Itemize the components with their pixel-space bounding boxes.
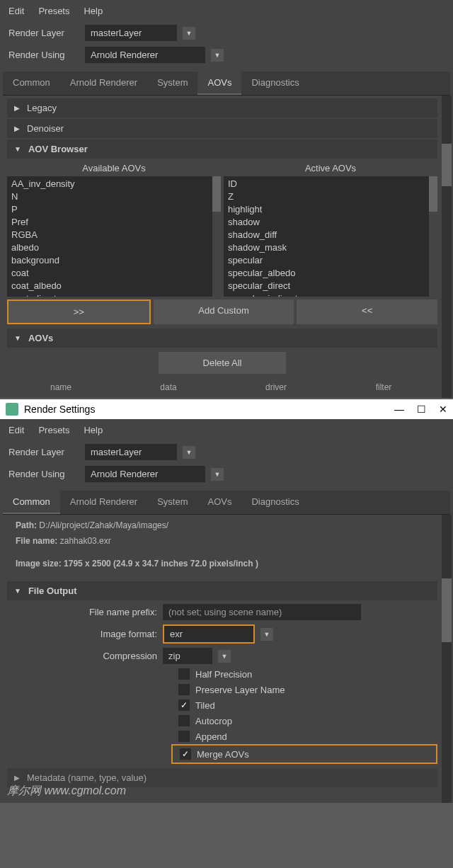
chevron-down-icon[interactable]: ▼ (183, 27, 195, 40)
list-item[interactable]: coat_albedo (11, 280, 217, 292)
list-item[interactable]: coat_direct (11, 292, 217, 297)
chevron-down-icon[interactable]: ▼ (211, 468, 224, 481)
format-label: Image format: (16, 629, 157, 639)
chevron-down-icon[interactable]: ▼ (183, 446, 195, 459)
render-layer-dropdown[interactable]: masterLayer (85, 25, 177, 41)
list-item[interactable]: specular_direct (228, 280, 433, 292)
list-item[interactable]: ID (228, 178, 433, 190)
menu-presets[interactable]: Presets (38, 425, 69, 435)
list-item[interactable]: coat (11, 267, 217, 280)
list-item[interactable]: Z (228, 190, 433, 203)
chevron-down-icon: ▼ (14, 334, 21, 342)
chevron-right-icon: ▶ (14, 125, 20, 132)
list-item[interactable]: AA_inv_density (11, 178, 217, 190)
path-label: Path: (16, 520, 37, 530)
tab-system[interactable]: System (147, 491, 197, 514)
list-item[interactable]: shadow_mask (228, 241, 433, 254)
list-item[interactable]: highlight (228, 203, 433, 216)
add-custom-button[interactable]: Add Custom (154, 299, 294, 324)
section-label: AOVs (28, 333, 53, 343)
list-item[interactable]: specular_albedo (228, 267, 433, 280)
chevron-down-icon[interactable]: ▼ (260, 628, 273, 641)
tab-aovs[interactable]: AOVs (197, 72, 241, 95)
append-checkbox[interactable] (178, 731, 190, 742)
chevron-down-icon[interactable]: ▼ (218, 650, 231, 663)
image-format-dropdown[interactable]: exr (163, 624, 255, 644)
path-value: D:/Ali/project/Zahak/Maya/images/ (39, 520, 168, 530)
tab-common[interactable]: Common (3, 72, 60, 95)
list-item[interactable]: specular_indirect (228, 292, 433, 297)
scrollbar[interactable] (212, 176, 221, 297)
chevron-down-icon: ▼ (14, 587, 21, 595)
section-denoiser[interactable]: ▶ Denoiser (7, 119, 437, 138)
maximize-button[interactable]: ☐ (417, 404, 426, 415)
section-aovs[interactable]: ▼ AOVs (7, 329, 437, 348)
section-legacy[interactable]: ▶ Legacy (7, 98, 437, 118)
tab-arnold[interactable]: Arnold Renderer (60, 491, 147, 514)
section-label: AOV Browser (28, 144, 88, 154)
list-item[interactable]: RGBA (11, 229, 217, 241)
tab-common[interactable]: Common (3, 491, 60, 514)
available-aovs-list[interactable]: AA_inv_density N P Pref RGBA albedo back… (7, 176, 221, 297)
chevron-right-icon: ▶ (14, 104, 20, 112)
col-driver: driver (222, 382, 330, 392)
render-using-dropdown[interactable]: Arnold Renderer (85, 466, 205, 482)
prefix-input[interactable]: (not set; using scene name) (163, 604, 361, 620)
scrollbar[interactable] (442, 515, 452, 803)
chevron-down-icon[interactable]: ▼ (211, 49, 224, 62)
menu-help[interactable]: Help (84, 425, 103, 435)
list-item[interactable]: shadow_diff (228, 229, 433, 241)
menu-edit[interactable]: Edit (8, 6, 24, 16)
available-aovs-title: Available AOVs (7, 160, 221, 176)
merge-aovs-checkbox[interactable]: ✓ (180, 748, 191, 760)
list-item[interactable]: specular (228, 254, 433, 267)
chevron-down-icon: ▼ (14, 145, 21, 153)
menu-presets[interactable]: Presets (38, 6, 69, 16)
list-item[interactable]: background (11, 254, 217, 267)
autocrop-checkbox[interactable] (178, 715, 190, 726)
menu-edit[interactable]: Edit (8, 425, 24, 435)
render-using-label: Render Using (8, 50, 79, 60)
close-button[interactable]: ✕ (439, 404, 447, 415)
section-aov-browser[interactable]: ▼ AOV Browser (7, 139, 437, 159)
active-aovs-title: Active AOVs (224, 160, 437, 176)
preserve-layer-checkbox[interactable] (178, 684, 190, 695)
tab-diagnostics[interactable]: Diagnostics (241, 72, 309, 95)
tab-arnold[interactable]: Arnold Renderer (60, 72, 147, 95)
tab-aovs[interactable]: AOVs (197, 491, 241, 514)
compression-label: Compression (16, 651, 157, 661)
list-item[interactable]: N (11, 190, 217, 203)
section-metadata[interactable]: ▶ Metadata (name, type, value) (7, 768, 437, 787)
list-item[interactable]: P (11, 203, 217, 216)
merge-aovs-label: Merge AOVs (197, 749, 249, 760)
section-label: Denoiser (27, 123, 64, 134)
add-aov-button[interactable]: >> (7, 299, 151, 324)
half-precision-checkbox[interactable] (178, 668, 190, 680)
list-item[interactable]: Pref (11, 216, 217, 229)
format-value: exr (170, 629, 183, 639)
scrollbar[interactable] (442, 96, 452, 398)
compression-value: zip (168, 651, 180, 661)
render-layer-label: Render Layer (8, 447, 79, 457)
section-label: Metadata (name, type, value) (27, 772, 147, 783)
active-aovs-list[interactable]: ID Z highlight shadow shadow_diff shadow… (224, 176, 437, 297)
app-icon (6, 403, 18, 416)
tab-diagnostics[interactable]: Diagnostics (241, 491, 309, 514)
tab-system[interactable]: System (147, 72, 197, 95)
tiled-checkbox[interactable]: ✓ (178, 699, 190, 711)
compression-dropdown[interactable]: zip (163, 648, 212, 664)
half-precision-label: Half Precision (195, 669, 252, 680)
list-item[interactable]: albedo (11, 241, 217, 254)
delete-all-button[interactable]: Delete All (159, 352, 286, 374)
render-using-label: Render Using (8, 469, 79, 479)
filename-value: zahhak03.exr (60, 536, 111, 546)
scrollbar[interactable] (429, 176, 437, 297)
render-layer-dropdown[interactable]: masterLayer (85, 444, 177, 460)
remove-aov-button[interactable]: << (297, 299, 437, 324)
render-using-dropdown[interactable]: Arnold Renderer (85, 47, 205, 63)
section-file-output[interactable]: ▼ File Output (7, 581, 437, 600)
minimize-button[interactable]: — (394, 404, 404, 415)
list-item[interactable]: shadow (228, 216, 433, 229)
menu-help[interactable]: Help (84, 6, 103, 16)
col-data: data (115, 382, 222, 392)
